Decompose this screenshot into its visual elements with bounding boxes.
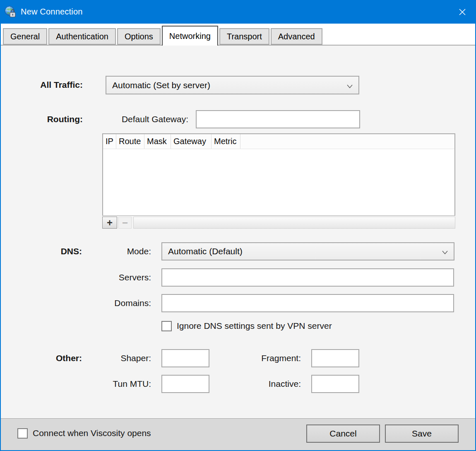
column-header-mask[interactable]: Mask [144,134,171,149]
all-traffic-value: Automatic (Set by server) [112,80,210,90]
fragment-input[interactable] [311,349,359,367]
horizontal-scrollbar[interactable] [133,217,455,229]
dialog-window: New Connection General Authentication Op… [0,0,476,451]
close-icon[interactable] [450,0,475,24]
column-header-ip[interactable]: IP [103,134,116,149]
shaper-label: Shaper: [68,349,151,367]
cancel-button[interactable]: Cancel [306,424,380,443]
tun-mtu-input[interactable] [161,375,209,393]
connect-checkbox-row: Connect when Viscosity opens [17,427,151,439]
column-header-metric[interactable]: Metric [212,134,240,149]
all-traffic-select[interactable]: Automatic (Set by server) [106,76,359,94]
dns-mode-value: Automatic (Default) [168,246,243,256]
remove-route-button[interactable]: − [118,217,132,229]
footer-bar: Connect when Viscosity opens Cancel Save [1,418,475,450]
dns-domains-input[interactable] [161,294,454,312]
connect-on-open-checkbox[interactable] [17,428,28,439]
dns-mode-select[interactable]: Automatic (Default) [161,242,454,260]
inactive-label: Inactive: [218,375,301,393]
routes-table[interactable]: IP Route Mask Gateway Metric [102,133,455,216]
tun-mtu-label: Tun MTU: [68,375,151,393]
dns-servers-label: Servers: [68,268,151,287]
tab-bar: General Authentication Options Networkin… [1,24,475,45]
default-gateway-label: Default Gateway: [100,110,188,128]
add-route-button[interactable]: + [102,217,117,229]
routes-table-body[interactable] [103,149,454,215]
minus-icon: − [122,218,128,228]
dns-mode-label: Mode: [68,242,151,260]
tab-transport[interactable]: Transport [219,28,269,45]
all-traffic-label: All Traffic: [1,76,83,94]
window-title: New Connection [21,7,83,17]
viscosity-globe-lock-icon [4,6,17,18]
routes-toolbar: + − [102,217,455,229]
ignore-dns-checkbox-row: Ignore DNS settings sent by VPN server [161,320,332,332]
column-header-route[interactable]: Route [116,134,144,149]
chevron-down-icon [442,246,448,256]
default-gateway-input[interactable] [196,110,360,128]
tab-networking[interactable]: Networking [162,26,218,46]
tab-general[interactable]: General [3,28,47,45]
plus-icon: + [107,218,113,228]
column-header-gateway[interactable]: Gateway [171,134,212,149]
fragment-label: Fragment: [218,349,301,367]
inactive-input[interactable] [311,375,359,393]
tab-advanced[interactable]: Advanced [271,28,322,45]
networking-pane: All Traffic: Automatic (Set by server) R… [1,45,475,418]
ignore-dns-checkbox-label: Ignore DNS settings sent by VPN server [177,321,332,331]
shaper-input[interactable] [161,349,209,367]
dns-servers-input[interactable] [161,268,454,287]
save-button[interactable]: Save [385,424,459,443]
chevron-down-icon [347,80,353,90]
routes-table-header: IP Route Mask Gateway Metric [103,134,454,149]
ignore-dns-checkbox[interactable] [161,321,172,331]
tab-options[interactable]: Options [117,28,161,45]
tab-authentication[interactable]: Authentication [48,28,116,45]
title-bar: New Connection [1,0,475,24]
connect-on-open-label: Connect when Viscosity opens [33,428,151,438]
dns-domains-label: Domains: [68,294,151,312]
routing-label: Routing: [1,110,83,128]
